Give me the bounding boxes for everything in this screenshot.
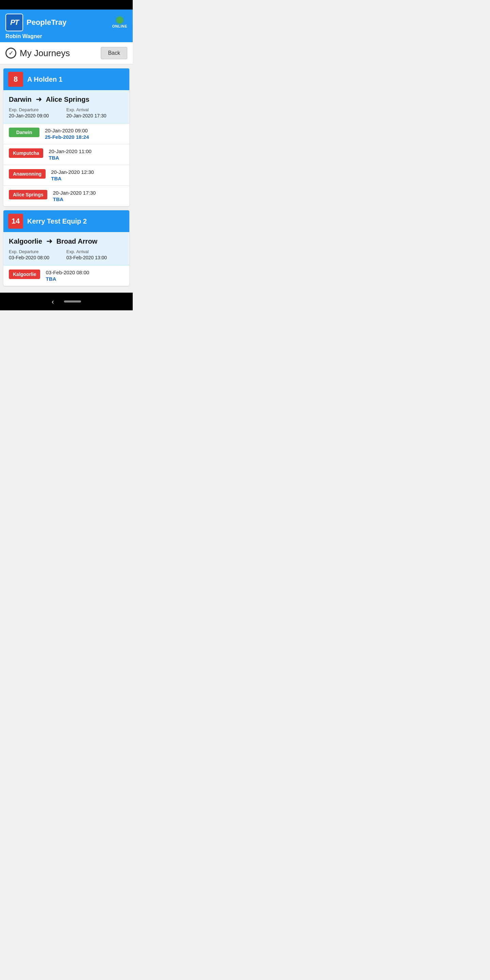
journey-header-2: 14 Kerry Test Equip 2 xyxy=(3,210,129,232)
exp-departure-label: Exp. Departure xyxy=(9,249,66,254)
exp-departure-label: Exp. Departure xyxy=(9,107,66,112)
stop-planned-time: 20-Jan-2020 12:30 xyxy=(51,169,124,175)
stop-times: 20-Jan-2020 11:00 TBA xyxy=(49,148,124,161)
app-name: PeopleTray xyxy=(27,18,66,27)
check-circle-icon: ✓ xyxy=(5,48,16,59)
main-content: 8 A Holden 1 Darwin ➜ Alice Springs Exp.… xyxy=(0,64,133,290)
online-badge: ONLINE xyxy=(112,17,127,28)
page-title-left: ✓ My Journeys xyxy=(5,48,70,59)
exp-arrival-label: Exp. Arrival xyxy=(66,249,124,254)
online-text: ONLINE xyxy=(112,24,127,28)
stop-planned-time: 03-Feb-2020 08:00 xyxy=(46,269,124,275)
logo-area: PT PeopleTray xyxy=(5,14,66,31)
route-arrow-icon: ➜ xyxy=(36,95,42,104)
stop-times: 20-Jan-2020 17:30 TBA xyxy=(53,190,124,202)
page-title-bar: ✓ My Journeys Back xyxy=(0,42,133,64)
stop-planned-time: 20-Jan-2020 17:30 xyxy=(53,190,124,196)
stop-badge: Alice Springs xyxy=(9,190,47,199)
route-arrow-icon: ➜ xyxy=(46,237,52,246)
stop-row-1-4: Alice Springs 20-Jan-2020 17:30 TBA xyxy=(3,186,129,206)
stop-actual-time: TBA xyxy=(53,196,124,202)
stop-times: 20-Jan-2020 09:00 25-Feb-2020 18:24 xyxy=(45,127,124,140)
from-city: Kalgoorlie xyxy=(9,237,42,245)
app-header: PT PeopleTray ONLINE Robin Wagner xyxy=(0,10,133,42)
exp-departure-value: 03-Feb-2020 08:00 xyxy=(9,255,66,260)
route-summary-2: Kalgoorlie ➜ Broad Arrow Exp. Departure … xyxy=(3,232,129,266)
exp-arrival-label: Exp. Arrival xyxy=(66,107,124,112)
stop-row-1-1: Darwin 20-Jan-2020 09:00 25-Feb-2020 18:… xyxy=(3,124,129,144)
journey-card-1: 8 A Holden 1 Darwin ➜ Alice Springs Exp.… xyxy=(3,68,129,206)
to-city: Broad Arrow xyxy=(56,237,97,245)
user-name: Robin Wagner xyxy=(5,33,127,40)
stop-actual-time: TBA xyxy=(51,176,124,181)
stop-badge: Kumputcha xyxy=(9,148,43,158)
from-city: Darwin xyxy=(9,95,32,103)
stop-actual-time: 25-Feb-2020 18:24 xyxy=(45,134,124,140)
stop-times: 03-Feb-2020 08:00 TBA xyxy=(46,269,124,282)
back-nav-arrow[interactable]: ‹ xyxy=(52,298,54,305)
journey-title: A Holden 1 xyxy=(27,76,63,83)
exp-arrival-value: 03-Feb-2020 13:00 xyxy=(66,255,124,260)
journey-header-1: 8 A Holden 1 xyxy=(3,68,129,90)
stop-actual-time: TBA xyxy=(49,155,124,161)
stop-times: 20-Jan-2020 12:30 TBA xyxy=(51,169,124,181)
stop-planned-time: 20-Jan-2020 11:00 xyxy=(49,148,124,154)
journey-number-badge: 14 xyxy=(8,214,23,229)
stop-row-2-1: Kalgoorlie 03-Feb-2020 08:00 TBA xyxy=(3,266,129,286)
route-summary-1: Darwin ➜ Alice Springs Exp. Departure 20… xyxy=(3,90,129,124)
stop-actual-time: TBA xyxy=(46,276,124,282)
stop-badge: Darwin xyxy=(9,127,40,137)
to-city: Alice Springs xyxy=(46,95,89,103)
home-indicator xyxy=(64,301,81,302)
stop-badge: Anawonning xyxy=(9,169,46,179)
journey-title: Kerry Test Equip 2 xyxy=(27,218,87,225)
exp-departure-value: 20-Jan-2020 09:00 xyxy=(9,113,66,118)
stop-badge: Kalgoorlie xyxy=(9,269,40,279)
stop-row-1-2: Kumputcha 20-Jan-2020 11:00 TBA xyxy=(3,144,129,165)
app-logo-icon: PT xyxy=(5,14,23,31)
journey-card-2: 14 Kerry Test Equip 2 Kalgoorlie ➜ Broad… xyxy=(3,210,129,286)
exp-arrival-value: 20-Jan-2020 17:30 xyxy=(66,113,124,118)
stop-planned-time: 20-Jan-2020 09:00 xyxy=(45,127,124,134)
online-dot-icon xyxy=(116,17,123,24)
bottom-nav: ‹ xyxy=(0,293,133,310)
back-button[interactable]: Back xyxy=(101,47,127,59)
journey-number-badge: 8 xyxy=(8,72,23,87)
status-bar xyxy=(0,0,133,10)
page-title: My Journeys xyxy=(20,48,70,59)
stop-row-1-3: Anawonning 20-Jan-2020 12:30 TBA xyxy=(3,165,129,186)
